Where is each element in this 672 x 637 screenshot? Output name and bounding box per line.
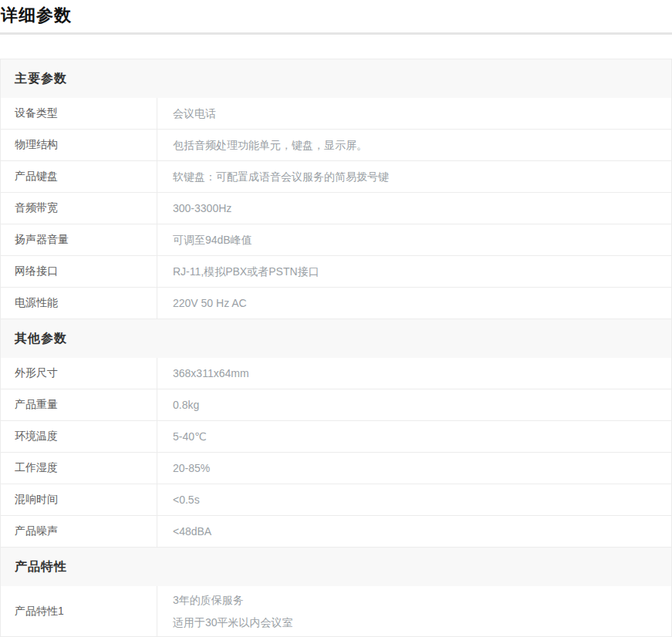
spec-label: 工作湿度 bbox=[1, 453, 157, 484]
spec-label: 产品重量 bbox=[1, 389, 157, 420]
spec-label: 电源性能 bbox=[1, 288, 157, 318]
spec-label: 音频带宽 bbox=[1, 193, 157, 224]
product-spec-page: 详细参数 主要参数 设备类型 会议电话 物理结构 包括音频处理功能单元，键盘，显… bbox=[0, 0, 672, 637]
spec-value-line: <48dBA bbox=[173, 524, 671, 539]
spec-label: 网络接口 bbox=[1, 256, 157, 287]
spec-row-keyboard: 产品键盘 软键盘：可配置成语音会议服务的简易拨号键 bbox=[1, 161, 671, 193]
spec-row-ambient-temperature: 环境温度 5-40℃ bbox=[1, 421, 671, 453]
spec-row-speaker-volume: 扬声器音量 可调至94dB峰值 bbox=[1, 224, 671, 256]
spec-value-line: 20-85% bbox=[173, 461, 671, 476]
spec-row-dimensions: 外形尺寸 368x311x64mm bbox=[1, 358, 671, 389]
spec-label: 产品特性1 bbox=[1, 586, 157, 636]
spec-label: 扬声器音量 bbox=[1, 224, 157, 255]
spec-value: <0.5s bbox=[157, 484, 671, 515]
spec-row-feature-1: 产品特性1 3年的质保服务 适用于30平米以内会议室 bbox=[1, 586, 671, 637]
spec-value-line: 3年的质保服务 bbox=[173, 593, 671, 608]
spec-value-line: 220V 50 Hz AC bbox=[173, 296, 671, 311]
spec-value: 220V 50 Hz AC bbox=[157, 288, 671, 318]
spec-row-power: 电源性能 220V 50 Hz AC bbox=[1, 288, 671, 319]
section-header-product-features: 产品特性 bbox=[1, 548, 671, 586]
spec-label: 产品噪声 bbox=[1, 516, 157, 547]
spec-table: 主要参数 设备类型 会议电话 物理结构 包括音频处理功能单元，键盘，显示屏。 产… bbox=[0, 59, 672, 637]
spec-value: 0.8kg bbox=[157, 389, 671, 420]
spec-value: 软键盘：可配置成语音会议服务的简易拨号键 bbox=[157, 161, 671, 192]
spec-value: RJ-11,模拟PBX或者PSTN接口 bbox=[157, 256, 671, 287]
spec-value-line: 可调至94dB峰值 bbox=[173, 233, 671, 248]
spec-value-line: <0.5s bbox=[173, 493, 671, 507]
spec-value-line: 5-40℃ bbox=[173, 430, 671, 444]
spec-row-working-humidity: 工作湿度 20-85% bbox=[1, 453, 671, 484]
section-header-other-params: 其他参数 bbox=[1, 319, 671, 358]
title-divider bbox=[0, 32, 672, 35]
spec-value-line: RJ-11,模拟PBX或者PSTN接口 bbox=[173, 265, 671, 279]
section-header-main-params: 主要参数 bbox=[1, 59, 671, 98]
spec-label: 环境温度 bbox=[1, 421, 157, 452]
spec-value: 20-85% bbox=[157, 453, 671, 484]
spec-value-line: 软键盘：可配置成语音会议服务的简易拨号键 bbox=[173, 170, 671, 184]
spec-value: 5-40℃ bbox=[157, 421, 671, 452]
spec-value: 3年的质保服务 适用于30平米以内会议室 bbox=[157, 586, 671, 636]
spec-row-noise: 产品噪声 <48dBA bbox=[1, 516, 671, 548]
spec-value: 300-3300Hz bbox=[157, 193, 671, 224]
spec-label: 物理结构 bbox=[1, 130, 157, 160]
spec-value-line: 包括音频处理功能单元，键盘，显示屏。 bbox=[173, 138, 671, 153]
spec-label: 设备类型 bbox=[1, 98, 157, 129]
spec-label: 混响时间 bbox=[1, 484, 157, 515]
spec-value: 会议电话 bbox=[157, 98, 671, 129]
spec-row-reverberation-time: 混响时间 <0.5s bbox=[1, 484, 671, 516]
spec-value: 包括音频处理功能单元，键盘，显示屏。 bbox=[157, 130, 671, 160]
spec-value: <48dBA bbox=[157, 516, 671, 547]
spec-row-network-interface: 网络接口 RJ-11,模拟PBX或者PSTN接口 bbox=[1, 256, 671, 288]
spec-value-line: 300-3300Hz bbox=[173, 201, 671, 216]
spec-value-line: 368x311x64mm bbox=[173, 366, 671, 381]
spec-value: 可调至94dB峰值 bbox=[157, 224, 671, 255]
spec-row-weight: 产品重量 0.8kg bbox=[1, 389, 671, 421]
spec-value-line: 0.8kg bbox=[173, 398, 671, 413]
spec-value: 368x311x64mm bbox=[157, 358, 671, 389]
spec-row-device-type: 设备类型 会议电话 bbox=[1, 98, 671, 130]
page-title: 详细参数 bbox=[0, 0, 672, 27]
spec-value-line: 适用于30平米以内会议室 bbox=[173, 615, 671, 630]
spec-label: 产品键盘 bbox=[1, 161, 157, 192]
spec-row-physical-structure: 物理结构 包括音频处理功能单元，键盘，显示屏。 bbox=[1, 130, 671, 161]
spec-value-line: 会议电话 bbox=[173, 106, 671, 121]
spec-row-audio-bandwidth: 音频带宽 300-3300Hz bbox=[1, 193, 671, 224]
spec-label: 外形尺寸 bbox=[1, 358, 157, 389]
